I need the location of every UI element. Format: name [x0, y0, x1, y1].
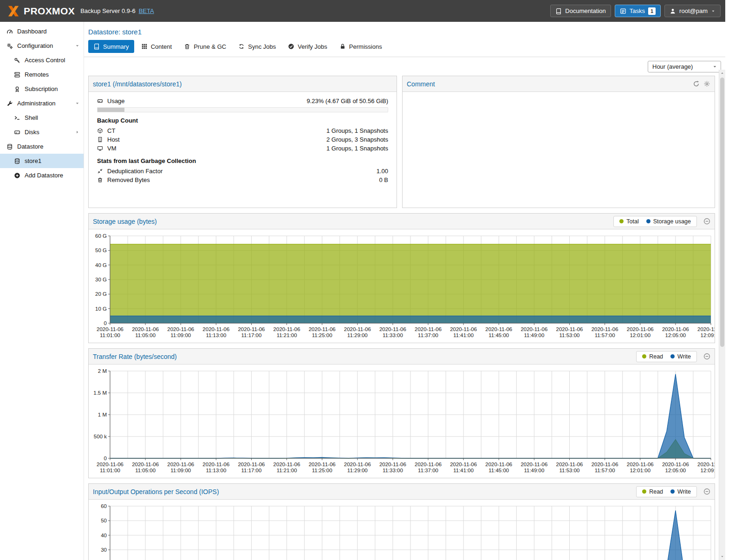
svg-text:11:57:00: 11:57:00 [595, 332, 615, 338]
panel-title: Storage usage (bytes) [93, 218, 157, 225]
svg-text:2020-11-06: 2020-11-06 [662, 326, 689, 332]
chevron-right-icon[interactable] [75, 130, 80, 135]
tasks-count-badge: 1 [648, 7, 656, 15]
svg-text:2020-11-06: 2020-11-06 [202, 462, 229, 467]
sidebar-item-datastore[interactable]: Datastore [0, 139, 84, 154]
legend-label: Write [677, 353, 691, 360]
row-value: 2 Groups, 3 Snapshots [326, 136, 388, 143]
sidebar-item-store1[interactable]: store1 [0, 154, 84, 168]
legend-dot [642, 354, 646, 358]
legend-item-total[interactable]: Total [619, 218, 638, 225]
legend-item-storage-usage[interactable]: Storage usage [646, 218, 691, 225]
sidebar-item-administration[interactable]: Administration [0, 96, 84, 111]
comment-content[interactable] [403, 92, 715, 101]
tasks-button[interactable]: Tasks 1 [615, 5, 661, 17]
svg-text:2020-11-06: 2020-11-06 [273, 326, 300, 332]
svg-text:40: 40 [101, 533, 107, 538]
sidebar-item-label: Add Datastore [25, 172, 63, 179]
documentation-button[interactable]: Documentation [550, 5, 611, 17]
vertical-scrollbar[interactable] [719, 70, 725, 560]
legend-dot [646, 219, 650, 223]
sidebar-item-label: Dashboard [17, 28, 47, 35]
svg-text:11:13:00: 11:13:00 [206, 332, 226, 338]
sidebar-item-add-datastore[interactable]: Add Datastore [0, 168, 84, 182]
svg-text:11:05:00: 11:05:00 [135, 468, 156, 473]
sync-icon [238, 43, 245, 50]
row-value: 0 B [379, 176, 388, 183]
svg-text:11:41:00: 11:41:00 [453, 468, 474, 473]
chevron-down-icon[interactable] [75, 101, 80, 106]
tab-summary[interactable]: Summary [88, 40, 134, 53]
tab-label: Prune & GC [194, 43, 226, 50]
row-value: 1.00 [377, 168, 388, 175]
gc-row-removed-bytes: Removed Bytes 0 B [97, 176, 388, 184]
svg-text:11:57:00: 11:57:00 [595, 468, 615, 473]
sidebar-item-label: Shell [25, 114, 38, 121]
sidebar-item-remotes[interactable]: Remotes [0, 67, 84, 82]
svg-text:2 M: 2 M [98, 368, 107, 374]
sidebar-item-shell[interactable]: Shell [0, 111, 84, 125]
legend-item-write[interactable]: Write [670, 488, 691, 495]
tab-verify-jobs[interactable]: Verify Jobs [283, 40, 332, 53]
top-header: PROXMOX Backup Server 0.9-6 BETA Documen… [0, 0, 725, 22]
svg-text:11:09:00: 11:09:00 [170, 332, 191, 338]
svg-text:2020-11-06: 2020-11-06 [132, 462, 159, 467]
beta-link[interactable]: BETA [139, 7, 154, 14]
svg-text:60: 60 [101, 503, 107, 509]
sidebar-item-access-control[interactable]: Access Control [0, 53, 84, 67]
svg-text:12:05:00: 12:05:00 [665, 468, 686, 473]
chevron-down-icon [712, 64, 717, 69]
proxmox-x-icon [7, 5, 20, 17]
monitor-icon [97, 145, 103, 151]
legend-item-read[interactable]: Read [642, 488, 663, 495]
grid-icon [141, 43, 148, 50]
gc-stats-title: Stats from last Garbage Collection [97, 157, 388, 164]
collapse-icon[interactable] [703, 488, 710, 495]
chevron-down-icon[interactable] [75, 43, 80, 48]
svg-text:11:17:00: 11:17:00 [241, 332, 262, 338]
scroll-down-button[interactable] [719, 553, 725, 560]
tab-sync-jobs[interactable]: Sync Jobs [233, 40, 281, 53]
timeframe-select[interactable]: Hour (average) [648, 61, 721, 72]
tab-prune-gc[interactable]: Prune & GC [179, 40, 231, 53]
sidebar-item-label: Disks [25, 129, 39, 136]
user-menu-button[interactable]: root@pam [664, 5, 721, 17]
tab-content[interactable]: Content [136, 40, 177, 53]
svg-text:12:05:00: 12:05:00 [665, 332, 686, 338]
legend-item-read[interactable]: Read [642, 353, 663, 360]
sidebar-item-dashboard[interactable]: Dashboard [0, 24, 84, 39]
sidebar-item-label: store1 [25, 157, 41, 164]
sidebar-item-label: Datastore [17, 143, 43, 150]
refresh-icon[interactable] [693, 80, 700, 87]
caret-down-icon [720, 554, 724, 559]
legend-dot [642, 489, 646, 494]
collapse-icon[interactable] [703, 218, 710, 225]
scrollbar-thumb[interactable] [720, 78, 724, 347]
svg-text:2020-11-06: 2020-11-06 [592, 462, 618, 467]
svg-text:11:21:00: 11:21:00 [277, 332, 297, 338]
sidebar-item-subscription[interactable]: Subscription [0, 82, 84, 96]
gear-icon[interactable] [703, 80, 710, 87]
svg-text:30 G: 30 G [95, 277, 107, 282]
iops-panel: Input/Output Operations per Second (IOPS… [88, 483, 715, 560]
tab-permissions[interactable]: Permissions [334, 40, 387, 53]
svg-text:11:37:00: 11:37:00 [418, 468, 438, 473]
legend-item-write[interactable]: Write [670, 353, 691, 360]
svg-text:11:09:00: 11:09:00 [170, 468, 191, 473]
collapse-icon[interactable] [703, 353, 710, 360]
panel-title: Input/Output Operations per Second (IOPS… [93, 488, 219, 495]
gauge-icon [7, 28, 13, 35]
row-label: CT [107, 127, 115, 134]
panel-header: store1 (/mnt/datastores/store1) [89, 76, 397, 92]
sidebar-item-disks[interactable]: Disks [0, 125, 84, 139]
svg-text:11:53:00: 11:53:00 [559, 332, 580, 338]
svg-text:2020-11-06: 2020-11-06 [662, 462, 689, 467]
svg-text:2020-11-06: 2020-11-06 [485, 326, 512, 332]
usage-label: Usage [107, 98, 125, 104]
proxmox-logo: PROXMOX [7, 5, 75, 17]
product-title: Backup Server 0.9-6 [80, 7, 136, 14]
scroll-up-button[interactable] [719, 70, 725, 77]
svg-text:12:01:00: 12:01:00 [630, 468, 650, 473]
sidebar-item-configuration[interactable]: Configuration [0, 39, 84, 53]
tab-bar: Summary Content Prune & GC Sync Jobs Ver… [84, 40, 725, 57]
